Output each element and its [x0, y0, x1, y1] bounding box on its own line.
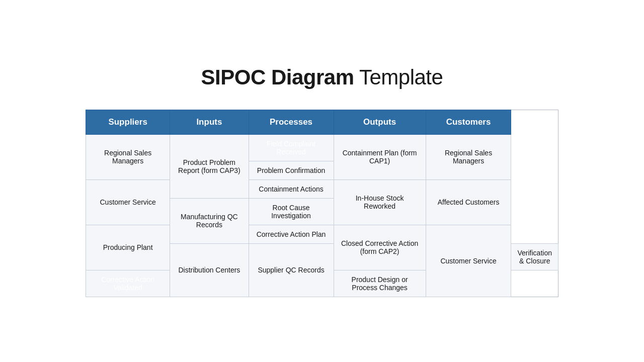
sipoc-table: Suppliers Inputs Processes Outputs Custo… [86, 110, 558, 297]
process-6: Verification & Closure [511, 243, 558, 270]
customer-3: Customer Service [426, 225, 511, 297]
output-4: Product Design or Process Changes [334, 270, 426, 297]
process-5: Corrective Action Plan [249, 225, 334, 243]
customer-2: Affected Customers [426, 179, 511, 225]
supplier-2: Customer Service [86, 179, 170, 225]
customer-1: Regional Sales Managers [426, 134, 511, 179]
header-row: Suppliers Inputs Processes Outputs Custo… [86, 110, 558, 134]
input-2: Manufacturing QC Records [170, 198, 249, 243]
input-1: Product Problem Report (form CAP3) [170, 134, 249, 198]
table-row: Producing Plant Corrective Action Plan C… [86, 225, 558, 243]
process-2: Problem Confirmation [249, 161, 334, 179]
header-outputs: Outputs [334, 110, 426, 134]
table-row: Customer Service Containment Actions In-… [86, 179, 558, 198]
supplier-4: Distribution Centers [170, 243, 249, 297]
header-suppliers: Suppliers [86, 110, 170, 134]
process-7: Corrective Action Validated [86, 270, 170, 297]
supplier-1: Regional Sales Managers [86, 134, 170, 179]
output-2: In-House Stock Reworked [334, 179, 426, 225]
output-1: Containment Plan (form CAP1) [334, 134, 426, 179]
title-normal: Template [354, 65, 443, 89]
output-3: Closed Corrective Action (form CAP2) [334, 225, 426, 270]
process-4: Root Cause Investigation [249, 198, 334, 225]
title-bold: SIPOC Diagram [201, 65, 354, 89]
process-1: Field Complaint Received [249, 134, 334, 161]
table-row: Regional Sales Managers Product Problem … [86, 134, 558, 161]
process-3: Containment Actions [249, 179, 334, 198]
page-title: SIPOC Diagram Template [201, 65, 443, 89]
supplier-3: Producing Plant [86, 225, 170, 270]
input-3: Supplier QC Records [249, 243, 334, 297]
header-inputs: Inputs [170, 110, 249, 134]
header-processes: Processes [249, 110, 334, 134]
header-customers: Customers [426, 110, 511, 134]
